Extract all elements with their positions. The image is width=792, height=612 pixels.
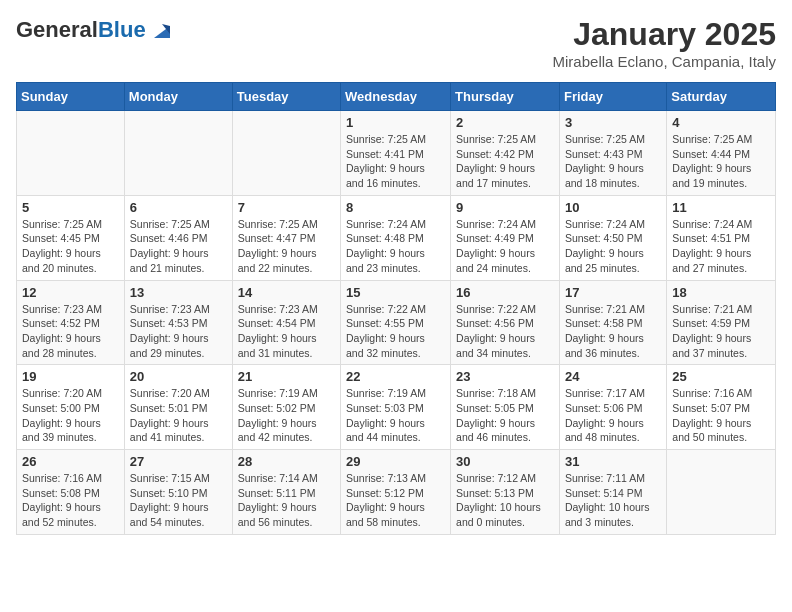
day-info: Sunrise: 7:19 AM Sunset: 5:02 PM Dayligh…	[238, 386, 335, 445]
weekday-header: Saturday	[667, 83, 776, 111]
day-number: 31	[565, 454, 661, 469]
day-number: 6	[130, 200, 227, 215]
day-info: Sunrise: 7:24 AM Sunset: 4:48 PM Dayligh…	[346, 217, 445, 276]
day-info: Sunrise: 7:25 AM Sunset: 4:41 PM Dayligh…	[346, 132, 445, 191]
title-block: January 2025 Mirabella Eclano, Campania,…	[553, 16, 776, 70]
day-number: 22	[346, 369, 445, 384]
calendar-cell: 28Sunrise: 7:14 AM Sunset: 5:11 PM Dayli…	[232, 450, 340, 535]
day-number: 10	[565, 200, 661, 215]
day-info: Sunrise: 7:25 AM Sunset: 4:44 PM Dayligh…	[672, 132, 770, 191]
day-info: Sunrise: 7:23 AM Sunset: 4:53 PM Dayligh…	[130, 302, 227, 361]
calendar-cell	[17, 111, 125, 196]
calendar-cell: 5Sunrise: 7:25 AM Sunset: 4:45 PM Daylig…	[17, 195, 125, 280]
month-title: January 2025	[553, 16, 776, 53]
day-number: 2	[456, 115, 554, 130]
day-info: Sunrise: 7:20 AM Sunset: 5:00 PM Dayligh…	[22, 386, 119, 445]
day-info: Sunrise: 7:15 AM Sunset: 5:10 PM Dayligh…	[130, 471, 227, 530]
weekday-header: Friday	[559, 83, 666, 111]
day-info: Sunrise: 7:24 AM Sunset: 4:51 PM Dayligh…	[672, 217, 770, 276]
day-number: 30	[456, 454, 554, 469]
calendar-cell: 3Sunrise: 7:25 AM Sunset: 4:43 PM Daylig…	[559, 111, 666, 196]
day-number: 16	[456, 285, 554, 300]
location-title: Mirabella Eclano, Campania, Italy	[553, 53, 776, 70]
day-info: Sunrise: 7:25 AM Sunset: 4:46 PM Dayligh…	[130, 217, 227, 276]
day-number: 28	[238, 454, 335, 469]
day-number: 3	[565, 115, 661, 130]
day-info: Sunrise: 7:25 AM Sunset: 4:42 PM Dayligh…	[456, 132, 554, 191]
calendar-cell	[667, 450, 776, 535]
calendar-cell: 24Sunrise: 7:17 AM Sunset: 5:06 PM Dayli…	[559, 365, 666, 450]
day-info: Sunrise: 7:24 AM Sunset: 4:49 PM Dayligh…	[456, 217, 554, 276]
day-info: Sunrise: 7:25 AM Sunset: 4:47 PM Dayligh…	[238, 217, 335, 276]
page-header: GeneralBlue January 2025 Mirabella Eclan…	[16, 16, 776, 70]
weekday-header: Sunday	[17, 83, 125, 111]
day-info: Sunrise: 7:22 AM Sunset: 4:55 PM Dayligh…	[346, 302, 445, 361]
day-info: Sunrise: 7:12 AM Sunset: 5:13 PM Dayligh…	[456, 471, 554, 530]
day-number: 21	[238, 369, 335, 384]
calendar-header-row: SundayMondayTuesdayWednesdayThursdayFrid…	[17, 83, 776, 111]
day-info: Sunrise: 7:21 AM Sunset: 4:59 PM Dayligh…	[672, 302, 770, 361]
calendar-week-row: 5Sunrise: 7:25 AM Sunset: 4:45 PM Daylig…	[17, 195, 776, 280]
calendar-cell: 20Sunrise: 7:20 AM Sunset: 5:01 PM Dayli…	[124, 365, 232, 450]
day-number: 1	[346, 115, 445, 130]
day-number: 18	[672, 285, 770, 300]
calendar-cell: 25Sunrise: 7:16 AM Sunset: 5:07 PM Dayli…	[667, 365, 776, 450]
calendar-cell: 21Sunrise: 7:19 AM Sunset: 5:02 PM Dayli…	[232, 365, 340, 450]
calendar-cell: 14Sunrise: 7:23 AM Sunset: 4:54 PM Dayli…	[232, 280, 340, 365]
calendar-cell: 31Sunrise: 7:11 AM Sunset: 5:14 PM Dayli…	[559, 450, 666, 535]
day-number: 19	[22, 369, 119, 384]
day-number: 26	[22, 454, 119, 469]
calendar-cell: 9Sunrise: 7:24 AM Sunset: 4:49 PM Daylig…	[451, 195, 560, 280]
day-info: Sunrise: 7:16 AM Sunset: 5:07 PM Dayligh…	[672, 386, 770, 445]
day-info: Sunrise: 7:11 AM Sunset: 5:14 PM Dayligh…	[565, 471, 661, 530]
day-number: 23	[456, 369, 554, 384]
day-info: Sunrise: 7:23 AM Sunset: 4:54 PM Dayligh…	[238, 302, 335, 361]
day-info: Sunrise: 7:25 AM Sunset: 4:43 PM Dayligh…	[565, 132, 661, 191]
day-info: Sunrise: 7:18 AM Sunset: 5:05 PM Dayligh…	[456, 386, 554, 445]
weekday-header: Thursday	[451, 83, 560, 111]
weekday-header: Monday	[124, 83, 232, 111]
day-number: 8	[346, 200, 445, 215]
calendar-cell: 13Sunrise: 7:23 AM Sunset: 4:53 PM Dayli…	[124, 280, 232, 365]
day-number: 7	[238, 200, 335, 215]
day-number: 9	[456, 200, 554, 215]
calendar-cell: 8Sunrise: 7:24 AM Sunset: 4:48 PM Daylig…	[341, 195, 451, 280]
logo-general-text: General	[16, 17, 98, 42]
calendar-cell	[124, 111, 232, 196]
logo-icon	[148, 16, 176, 44]
calendar-cell: 29Sunrise: 7:13 AM Sunset: 5:12 PM Dayli…	[341, 450, 451, 535]
weekday-header: Wednesday	[341, 83, 451, 111]
calendar-cell: 22Sunrise: 7:19 AM Sunset: 5:03 PM Dayli…	[341, 365, 451, 450]
day-number: 27	[130, 454, 227, 469]
day-info: Sunrise: 7:17 AM Sunset: 5:06 PM Dayligh…	[565, 386, 661, 445]
calendar-cell: 15Sunrise: 7:22 AM Sunset: 4:55 PM Dayli…	[341, 280, 451, 365]
day-number: 13	[130, 285, 227, 300]
day-number: 20	[130, 369, 227, 384]
calendar-week-row: 26Sunrise: 7:16 AM Sunset: 5:08 PM Dayli…	[17, 450, 776, 535]
day-number: 29	[346, 454, 445, 469]
day-info: Sunrise: 7:25 AM Sunset: 4:45 PM Dayligh…	[22, 217, 119, 276]
calendar-cell: 16Sunrise: 7:22 AM Sunset: 4:56 PM Dayli…	[451, 280, 560, 365]
day-number: 15	[346, 285, 445, 300]
calendar-cell: 1Sunrise: 7:25 AM Sunset: 4:41 PM Daylig…	[341, 111, 451, 196]
calendar-cell: 7Sunrise: 7:25 AM Sunset: 4:47 PM Daylig…	[232, 195, 340, 280]
calendar-cell: 11Sunrise: 7:24 AM Sunset: 4:51 PM Dayli…	[667, 195, 776, 280]
calendar-table: SundayMondayTuesdayWednesdayThursdayFrid…	[16, 82, 776, 535]
calendar-cell: 17Sunrise: 7:21 AM Sunset: 4:58 PM Dayli…	[559, 280, 666, 365]
day-info: Sunrise: 7:24 AM Sunset: 4:50 PM Dayligh…	[565, 217, 661, 276]
calendar-cell: 23Sunrise: 7:18 AM Sunset: 5:05 PM Dayli…	[451, 365, 560, 450]
day-info: Sunrise: 7:16 AM Sunset: 5:08 PM Dayligh…	[22, 471, 119, 530]
calendar-cell: 10Sunrise: 7:24 AM Sunset: 4:50 PM Dayli…	[559, 195, 666, 280]
calendar-cell: 6Sunrise: 7:25 AM Sunset: 4:46 PM Daylig…	[124, 195, 232, 280]
day-info: Sunrise: 7:22 AM Sunset: 4:56 PM Dayligh…	[456, 302, 554, 361]
day-number: 4	[672, 115, 770, 130]
calendar-cell: 27Sunrise: 7:15 AM Sunset: 5:10 PM Dayli…	[124, 450, 232, 535]
weekday-header: Tuesday	[232, 83, 340, 111]
calendar-cell: 30Sunrise: 7:12 AM Sunset: 5:13 PM Dayli…	[451, 450, 560, 535]
calendar-week-row: 19Sunrise: 7:20 AM Sunset: 5:00 PM Dayli…	[17, 365, 776, 450]
calendar-cell: 26Sunrise: 7:16 AM Sunset: 5:08 PM Dayli…	[17, 450, 125, 535]
day-info: Sunrise: 7:19 AM Sunset: 5:03 PM Dayligh…	[346, 386, 445, 445]
day-number: 24	[565, 369, 661, 384]
day-number: 25	[672, 369, 770, 384]
calendar-cell: 2Sunrise: 7:25 AM Sunset: 4:42 PM Daylig…	[451, 111, 560, 196]
